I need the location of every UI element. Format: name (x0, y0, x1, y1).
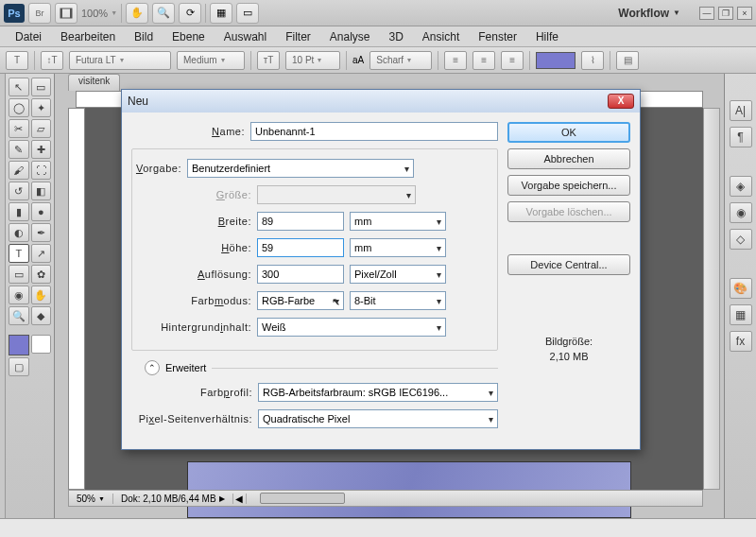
paragraph-panel-icon[interactable]: ¶ (730, 127, 752, 147)
channels-panel-icon[interactable]: ◉ (730, 202, 752, 223)
height-input[interactable] (257, 238, 344, 257)
font-family-select[interactable]: Futura LT (69, 51, 171, 70)
close-button[interactable]: × (737, 7, 752, 20)
rotate-button[interactable]: ⟳ (179, 3, 201, 24)
text-color-swatch[interactable] (536, 52, 576, 69)
advanced-toggle[interactable]: ⌃ Erweitert (145, 360, 498, 375)
dodge-tool[interactable]: ◐ (9, 223, 29, 242)
menu-layer[interactable]: Ebene (163, 28, 215, 45)
hscroll-thumb[interactable] (260, 493, 345, 504)
font-weight-select[interactable]: Medium (177, 51, 245, 70)
background-color[interactable] (31, 335, 52, 354)
save-preset-button[interactable]: Vorgabe speichern... (507, 175, 630, 196)
brush-tool[interactable]: 🖌 (9, 161, 29, 180)
wand-tool[interactable]: ✦ (31, 98, 52, 117)
dialog-close-button[interactable]: X (608, 94, 634, 109)
menu-filter[interactable]: Filter (276, 28, 320, 45)
styles-panel-icon[interactable]: fx (730, 331, 752, 352)
3d-tool[interactable]: ✿ (31, 265, 52, 284)
doc-status[interactable]: Dok: 2,10 MB/6,44 MB ▶ (113, 494, 233, 504)
cancel-button[interactable]: Abbrechen (507, 148, 630, 169)
menu-help[interactable]: Hilfe (526, 28, 568, 45)
width-unit-select[interactable]: mm (350, 212, 446, 231)
crop-tool[interactable]: ✂ (9, 119, 29, 138)
menu-edit[interactable]: Bearbeiten (51, 28, 125, 45)
profile-select[interactable]: RGB-Arbeitsfarbraum: sRGB IEC6196... (258, 383, 498, 402)
swatches-panel-icon[interactable]: ▦ (730, 304, 752, 325)
layers-panel-icon[interactable]: ◈ (730, 176, 752, 197)
eraser-tool[interactable]: ◧ (31, 182, 52, 200)
menu-window[interactable]: Fenster (469, 28, 526, 45)
zoom-level[interactable]: 100% (81, 8, 117, 19)
film-button[interactable] (55, 3, 77, 24)
type-tool[interactable]: T (9, 244, 29, 263)
menu-3d[interactable]: 3D (380, 28, 413, 45)
paths-panel-icon[interactable]: ◇ (730, 229, 752, 250)
resolution-unit-select[interactable]: Pixel/Zoll (350, 265, 446, 284)
color-panel-icon[interactable]: 🎨 (730, 278, 752, 299)
gradient-tool[interactable]: ▮ (9, 202, 29, 221)
marquee-tool[interactable]: ▭ (31, 78, 52, 96)
tool-preset[interactable]: T (6, 51, 28, 70)
stamp-tool[interactable]: ⛶ (31, 161, 52, 180)
menu-view[interactable]: Ansicht (413, 28, 469, 45)
vertical-scrollbar[interactable] (703, 108, 720, 490)
workspace-switcher[interactable]: Workflow (618, 7, 680, 20)
antialias-select[interactable]: Scharf (369, 51, 432, 70)
menu-file[interactable]: Datei (6, 28, 51, 45)
move-tool[interactable]: ↖ (9, 78, 29, 96)
zoom-tool[interactable]: 🔍 (9, 306, 29, 325)
align-left-button[interactable]: ≡ (444, 51, 467, 70)
quickmask-button[interactable]: ▢ (9, 357, 29, 376)
menu-image[interactable]: Bild (125, 28, 163, 45)
name-input[interactable] (250, 122, 498, 141)
path-tool[interactable]: ↗ (31, 244, 52, 263)
shape-tool[interactable]: ▭ (9, 265, 29, 284)
screenmode-button[interactable]: ▦ (210, 3, 232, 24)
app-logo: Ps (4, 4, 25, 23)
minimize-button[interactable]: — (699, 7, 714, 20)
menu-select[interactable]: Auswahl (215, 28, 276, 45)
name-label: Name: (131, 126, 245, 137)
arrange-button[interactable]: ▭ (236, 3, 259, 24)
hand-button[interactable]: ✋ (126, 3, 148, 24)
preset-select[interactable]: Benutzerdefiniert (187, 159, 414, 178)
font-size-select[interactable]: 10 Pt (285, 51, 340, 70)
document-tab[interactable]: visitenk (68, 74, 120, 91)
ok-button[interactable]: OK (507, 122, 630, 143)
hand-tool[interactable]: ✋ (31, 286, 52, 304)
bgcontent-select[interactable]: Weiß (257, 318, 446, 337)
zoomtool-button[interactable]: 🔍 (152, 3, 175, 24)
eyedropper-tool[interactable]: ✎ (9, 140, 29, 159)
ruler-vertical[interactable] (68, 108, 85, 490)
colormode-select[interactable]: RGB-Farbe ↖ (257, 291, 344, 310)
height-unit-select[interactable]: mm (350, 238, 446, 257)
character-panel-button[interactable]: ▤ (616, 51, 639, 70)
heal-tool[interactable]: ✚ (31, 140, 52, 159)
lasso-tool[interactable]: ◯ (9, 98, 29, 117)
device-central-button[interactable]: Device Central... (507, 254, 630, 275)
zoom-display[interactable]: 50% (69, 494, 113, 504)
width-input[interactable] (257, 212, 344, 231)
menu-analysis[interactable]: Analyse (320, 28, 380, 45)
align-right-button[interactable]: ≡ (501, 51, 524, 70)
foreground-color[interactable] (9, 335, 29, 355)
history-brush-tool[interactable]: ↺ (9, 182, 29, 200)
warp-text-button[interactable]: ⌇ (581, 51, 604, 70)
orientation-button[interactable]: ↕T (41, 51, 63, 70)
blur-tool[interactable]: ● (31, 202, 52, 221)
slice-tool[interactable]: ▱ (31, 119, 52, 138)
bridge-button[interactable]: Br (28, 3, 51, 24)
preset-label: Vorgabe: (129, 163, 181, 174)
3drotate-tool[interactable]: ◉ (9, 286, 29, 304)
restore-button[interactable]: ❐ (718, 7, 733, 20)
character-panel-icon[interactable]: A| (730, 100, 752, 121)
bitdepth-select[interactable]: 8-Bit (350, 291, 446, 310)
align-center-button[interactable]: ≡ (472, 51, 495, 70)
unknown-tool[interactable]: ◆ (31, 306, 52, 325)
par-select[interactable]: Quadratische Pixel (258, 409, 498, 428)
resolution-input[interactable] (257, 265, 344, 284)
pen-tool[interactable]: ✒ (31, 223, 52, 242)
profile-label: Farbprofil: (131, 387, 252, 398)
dialog-titlebar[interactable]: Neu X (122, 90, 640, 113)
